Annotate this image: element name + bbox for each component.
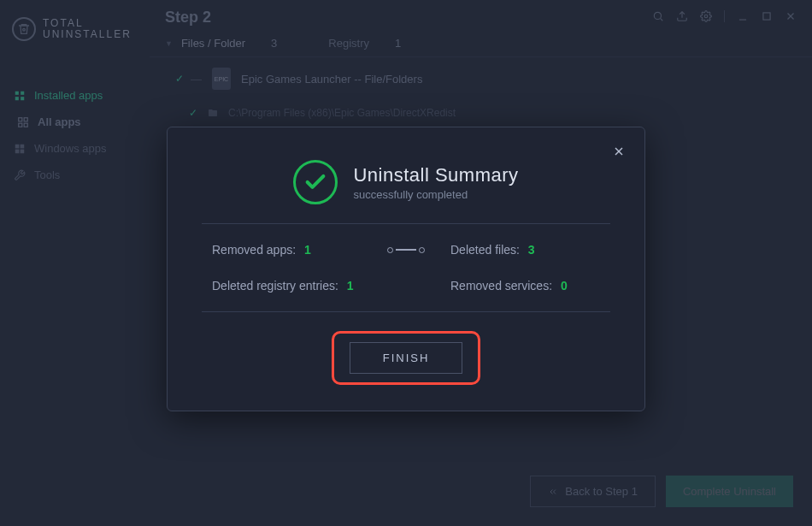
- stat-label: Deleted files:: [450, 243, 520, 257]
- close-icon: [612, 145, 626, 158]
- stat-value: 3: [528, 243, 535, 257]
- stat-label: Deleted registry entries:: [212, 279, 338, 293]
- connector-icon: [387, 247, 425, 253]
- divider: [202, 223, 610, 224]
- stat-value: 1: [304, 243, 311, 257]
- uninstall-summary-modal: Uninstall Summary successfully completed…: [167, 127, 645, 411]
- finish-button[interactable]: FINISH: [350, 342, 463, 374]
- removed-apps-stat: Removed apps: 1: [212, 243, 370, 257]
- stat-label: Removed apps:: [212, 243, 296, 257]
- summary-stats: Removed apps: 1 Deleted files: 3 Deleted…: [202, 243, 610, 293]
- stat-value: 0: [561, 279, 568, 293]
- deleted-files-stat: Deleted files: 3: [442, 243, 600, 257]
- stat-value: 1: [347, 279, 354, 293]
- stat-label: Removed services:: [450, 279, 552, 293]
- close-button[interactable]: [610, 143, 627, 160]
- modal-subtitle: successfully completed: [353, 188, 518, 201]
- modal-title: Uninstall Summary: [353, 164, 518, 186]
- removed-services-stat: Removed services: 0: [442, 279, 600, 293]
- divider: [202, 311, 610, 312]
- deleted-registry-stat: Deleted registry entries: 1: [212, 279, 370, 293]
- finish-highlight-box: FINISH: [332, 331, 481, 385]
- success-check-icon: [293, 160, 338, 204]
